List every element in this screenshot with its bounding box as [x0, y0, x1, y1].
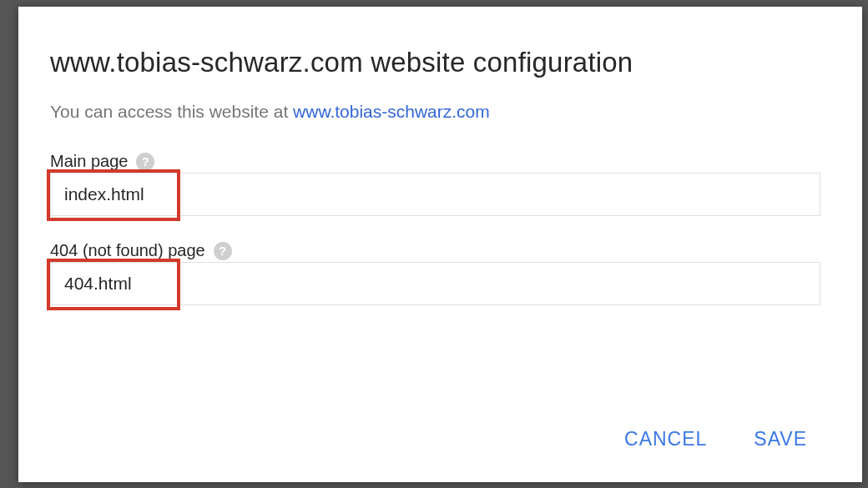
main-page-label: Main page [50, 152, 128, 171]
dialog-subtitle: You can access this website at www.tobia… [50, 102, 820, 122]
website-configuration-dialog: www.tobias-schwarz.com website configura… [18, 7, 862, 482]
main-page-label-row: Main page ? [50, 152, 820, 171]
not-found-field-group: 404 (not found) page ? [50, 241, 820, 305]
dialog-title: www.tobias-schwarz.com website configura… [50, 47, 820, 78]
help-icon[interactable]: ? [214, 242, 232, 260]
cancel-button[interactable]: CANCEL [621, 423, 710, 455]
not-found-input-wrap [50, 262, 820, 305]
website-link[interactable]: www.tobias-schwarz.com [293, 102, 490, 121]
dialog-actions: CANCEL SAVE [50, 423, 820, 455]
help-icon[interactable]: ? [136, 153, 154, 171]
not-found-input[interactable] [50, 262, 820, 305]
save-button[interactable]: SAVE [750, 423, 810, 455]
subtitle-prefix: You can access this website at [50, 102, 293, 121]
main-page-input-wrap [50, 173, 820, 216]
not-found-label-row: 404 (not found) page ? [50, 241, 820, 260]
not-found-label: 404 (not found) page [50, 241, 205, 260]
main-page-input[interactable] [50, 173, 820, 216]
main-page-field-group: Main page ? [50, 152, 820, 216]
